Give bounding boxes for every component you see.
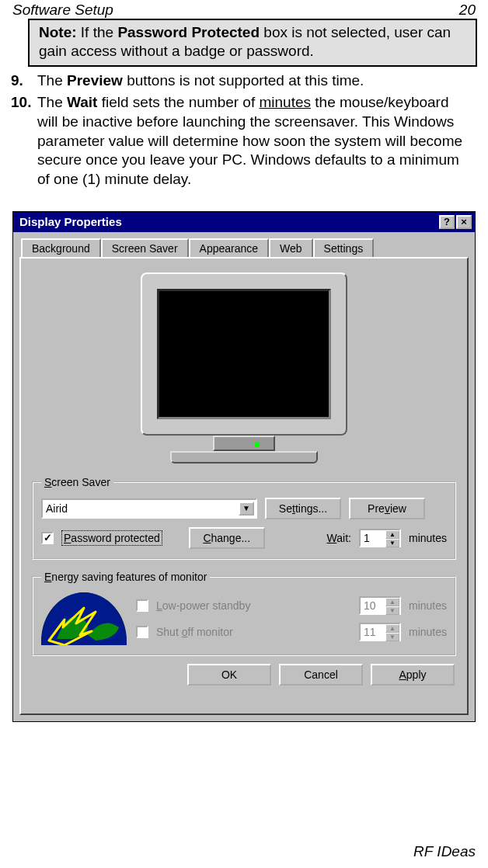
apply-button[interactable]: Apply [371,664,455,686]
dropdown-arrow-icon[interactable]: ▼ [239,502,254,516]
energy-legend: Energy saving features of monitor [41,571,210,583]
screensaver-group: Screen Saver Airid ▼ Settings... Preview… [32,476,456,560]
tab-appearance[interactable]: Appearance [189,238,270,257]
step-list: 9. The Preview buttons is not supported … [11,71,477,189]
wait-label: Wait: [327,532,351,544]
shut-off-checkbox[interactable] [136,626,148,638]
titlebar: Display Properties ? × [13,212,475,232]
wait-units: minutes [409,532,447,544]
tab-web[interactable]: Web [269,238,313,257]
section-title: Software Setup [12,2,113,19]
note-box: Note: If the Password Protected box is n… [28,19,477,67]
note-label: Note: [39,24,77,40]
spin-up-button[interactable]: ▲ [385,530,399,539]
help-button[interactable]: ? [439,215,455,229]
window-title: Display Properties [16,215,437,228]
tab-background[interactable]: Background [21,238,101,257]
preview-button[interactable]: Preview [349,498,425,519]
shut-off-spinner[interactable]: ▲▼ [359,623,401,641]
ok-button[interactable]: OK [187,664,271,686]
close-button[interactable]: × [456,215,472,229]
shut-off-units: minutes [409,626,447,638]
page-header: Software Setup 20 [11,0,477,19]
spin-up-button[interactable]: ▲ [385,624,399,633]
preview-screen [157,289,331,419]
change-button[interactable]: Change... [189,527,265,549]
spin-up-button[interactable]: ▲ [385,598,399,606]
wait-input[interactable] [361,530,385,546]
low-power-input[interactable] [361,598,385,613]
shut-off-label: Shut off monitor [156,626,233,638]
tab-panel: Screen Saver Airid ▼ Settings... Preview… [19,257,469,715]
power-led-icon [255,442,260,446]
cancel-button[interactable]: Cancel [279,664,363,686]
spin-down-button[interactable]: ▼ [385,606,399,615]
spin-down-button[interactable]: ▼ [385,539,399,547]
low-power-spinner[interactable]: ▲▼ [359,596,401,615]
monitor-preview [141,273,347,464]
tabstrip: Background Screen Saver Appearance Web S… [13,232,475,257]
low-power-units: minutes [409,599,447,612]
page-number: 20 [459,2,476,19]
screensaver-legend: Screen Saver [41,476,113,488]
step-10: 10. The Wait field sets the number of mi… [11,93,477,189]
password-protected-label: Password protected [61,530,162,546]
password-protected-checkbox[interactable]: ✓ [41,532,54,544]
low-power-label: Low-power standby [156,599,250,612]
tab-screen-saver[interactable]: Screen Saver [101,238,189,257]
shut-off-input[interactable] [361,624,385,640]
low-power-checkbox[interactable] [136,599,148,612]
tab-settings[interactable]: Settings [313,238,375,257]
wait-spinner[interactable]: ▲▼ [359,529,401,547]
page-footer: RF IDeas [413,843,476,860]
energy-group: Energy saving features of monitor [32,571,456,656]
spin-down-button[interactable]: ▼ [385,633,399,641]
step-9: 9. The Preview buttons is not supported … [11,71,477,91]
settings-button[interactable]: Settings... [265,498,341,519]
display-properties-dialog: Display Properties ? × Background Screen… [12,211,476,722]
screensaver-selected-value: Airid [46,502,68,515]
energy-star-icon [41,592,127,645]
screensaver-select[interactable]: Airid ▼ [41,498,257,519]
